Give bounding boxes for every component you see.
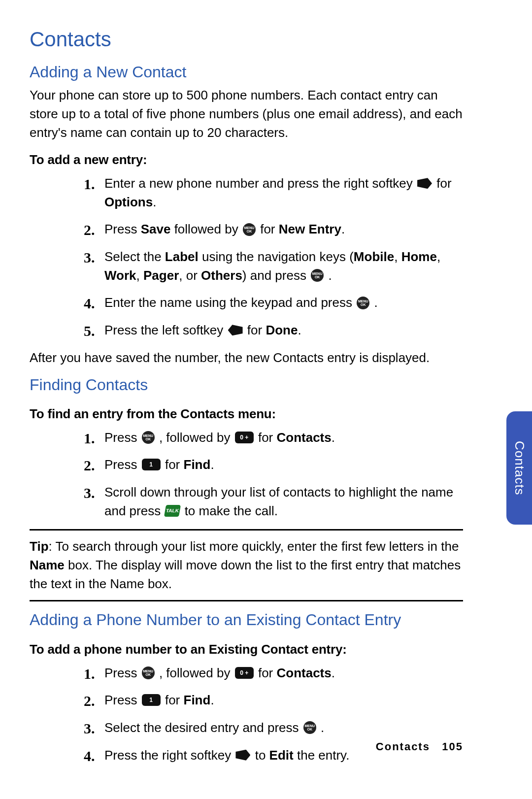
text: for: [165, 457, 184, 472]
menu-ok-icon: [142, 666, 155, 679]
text-bold: Find: [184, 457, 211, 472]
talk-key-icon: TALK: [164, 505, 181, 517]
text: , followed by: [159, 430, 234, 445]
page-title: Contacts: [30, 25, 463, 55]
step-number: 3.: [84, 482, 95, 504]
step-number: 1.: [84, 663, 95, 685]
text: .: [321, 720, 324, 735]
text: for: [258, 430, 277, 445]
text-bold: Options: [104, 195, 153, 209]
text: , or: [179, 268, 201, 283]
text: Scroll down through your list of contact…: [104, 485, 453, 518]
text: Select the: [104, 249, 165, 264]
footer-section: Contacts: [376, 740, 430, 753]
text-bold: Name: [30, 558, 65, 572]
text: for: [436, 176, 451, 191]
text: Press: [104, 457, 141, 472]
heading-adding-new: Adding a New Contact: [30, 61, 463, 83]
text: .: [374, 295, 377, 310]
text: to make the call.: [185, 503, 278, 518]
text: .: [341, 222, 345, 236]
text: ) and press: [242, 268, 310, 283]
text-bold: Mobile: [354, 249, 394, 264]
side-tab: Contacts: [506, 411, 532, 525]
steps-find-entry: 1. Press , followed by 0 + for Contacts.…: [30, 429, 463, 521]
text: Press the left softkey: [104, 323, 227, 337]
text: using the navigation keys (: [199, 249, 354, 264]
heading-finding: Finding Contacts: [30, 373, 463, 396]
left-softkey-icon: [228, 325, 243, 335]
text: : To search through your list more quick…: [49, 539, 459, 554]
step-number: 3.: [84, 718, 95, 739]
text-bold: Home: [401, 249, 437, 264]
text: for: [260, 222, 279, 236]
text: Press: [104, 430, 141, 445]
step-number: 2.: [84, 219, 95, 241]
list-item: 2. Press 1 for Find.: [84, 456, 463, 474]
tip-label: Tip: [30, 539, 49, 554]
divider: [30, 600, 463, 601]
text: .: [332, 430, 335, 445]
step-number: 3.: [84, 247, 95, 268]
tip-text: Tip: To search through your list more qu…: [30, 537, 463, 593]
text-bold: New Entry: [279, 222, 341, 236]
text: for: [258, 666, 277, 680]
text: .: [328, 268, 332, 283]
sub-add-entry: To add a new entry:: [30, 151, 463, 169]
text: for: [165, 693, 184, 707]
step-number: 5.: [84, 320, 95, 342]
step-number: 2.: [84, 690, 95, 712]
text: Select the desired entry and press: [104, 720, 302, 735]
key-0-icon: 0 +: [235, 667, 254, 679]
list-item: 5. Press the left softkey for Done.: [84, 321, 463, 340]
step-number: 4.: [84, 293, 95, 314]
text-bold: Work: [104, 268, 136, 283]
after-text: After you have saved the number, the new…: [30, 349, 463, 367]
list-item: 1. Press , followed by 0 + for Contacts.: [84, 429, 463, 447]
sub-find-entry: To find an entry from the Contacts menu:: [30, 405, 463, 424]
list-item: 1. Enter a new phone number and press th…: [84, 174, 463, 211]
text: Press: [104, 666, 141, 680]
text-bold: Done: [266, 323, 298, 337]
text: .: [332, 666, 335, 680]
menu-ok-icon: [243, 223, 256, 236]
key-1-icon: 1: [142, 459, 161, 470]
text: for: [247, 323, 266, 337]
menu-ok-icon: [311, 269, 324, 282]
text: Enter a new phone number and press the r…: [104, 176, 416, 191]
text: box. The display will move down the list…: [30, 558, 461, 591]
side-tab-label: Contacts: [510, 441, 529, 496]
text: , followed by: [159, 666, 234, 680]
text: ,: [437, 249, 440, 264]
text-bold: Contacts: [276, 430, 331, 445]
text: .: [210, 457, 214, 472]
list-item: 3. Select the Label using the navigation…: [84, 248, 463, 285]
intro-text: Your phone can store up to 500 phone num…: [30, 86, 463, 142]
step-number: 1.: [84, 428, 95, 449]
key-1-icon: 1: [142, 694, 161, 706]
text: .: [153, 195, 156, 209]
text-bold: Label: [165, 249, 199, 264]
list-item: 2. Press 1 for Find.: [84, 691, 463, 710]
text-bold: Others: [201, 268, 242, 283]
text: Press: [104, 222, 141, 236]
divider: [30, 529, 463, 531]
heading-add-existing: Adding a Phone Number to an Existing Con…: [30, 608, 463, 631]
text: followed by: [170, 222, 242, 236]
menu-ok-icon: [142, 431, 155, 444]
step-number: 2.: [84, 455, 95, 476]
text: .: [298, 323, 301, 337]
text: ,: [394, 249, 401, 264]
text: ,: [136, 268, 143, 283]
menu-ok-icon: [357, 297, 369, 309]
text-bold: Pager: [143, 268, 179, 283]
list-item: 1. Press , followed by 0 + for Contacts.: [84, 664, 463, 683]
text: Enter the name using the keypad and pres…: [104, 295, 356, 310]
text: Press: [104, 693, 141, 707]
menu-ok-icon: [303, 721, 316, 734]
key-0-icon: 0 +: [235, 432, 254, 443]
list-item: 3. Scroll down through your list of cont…: [84, 483, 463, 520]
list-item: 4. Enter the name using the keypad and p…: [84, 294, 463, 312]
text-bold: Contacts: [276, 666, 331, 680]
step-number: 1.: [84, 173, 95, 195]
